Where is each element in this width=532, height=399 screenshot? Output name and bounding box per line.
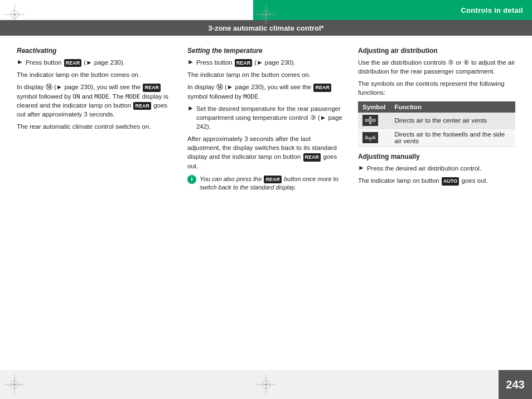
table-cell-func-2: Directs air to the footwells and the sid…: [390, 129, 515, 147]
table-col-function: Function: [390, 101, 515, 113]
table-col-symbol: Symbol: [358, 101, 390, 113]
middle-bullet2-text: Set the desired temperature for the rear…: [196, 104, 345, 131]
middle-bullet1-text: Press button REAR (► page 230).: [196, 58, 296, 67]
svg-marker-13: [373, 135, 375, 137]
middle-para1: The indicator lamp on the button comes o…: [187, 70, 345, 79]
middle-section-title: Setting the temperature: [187, 47, 345, 55]
auto-badge: AUTO: [442, 177, 459, 186]
info-note: i You can also press the REAR button onc…: [187, 175, 345, 192]
table-row-footwell: Directs air to the footwells and the sid…: [358, 129, 515, 147]
page-number-box: 243: [499, 370, 532, 399]
info-icon: i: [187, 175, 196, 184]
page-number: 243: [506, 378, 524, 391]
left-para1: The indicator lamp on the button comes o…: [17, 70, 174, 79]
svg-point-30: [265, 13, 267, 16]
middle-bullet1-arrow: ►: [187, 58, 194, 66]
table-cell-symbol-2: [358, 129, 390, 147]
svg-marker-9: [369, 116, 371, 119]
left-para3: The rear automatic climate control switc…: [17, 122, 174, 131]
right-para2: The symbols on the controls represent th…: [358, 79, 515, 97]
svg-point-3: [13, 13, 16, 16]
bottom-strip: [0, 370, 499, 399]
rear-badge-m3: REAR: [303, 153, 321, 162]
header-title: Controls in detail: [461, 6, 523, 14]
corner-bc-decoration: [256, 374, 276, 395]
header-bar: Controls in detail: [253, 0, 532, 20]
left-section-title: Reactivating: [17, 47, 174, 55]
rear-badge-3: REAR: [133, 102, 151, 110]
right-section-title2: Adjusting manually: [358, 153, 515, 160]
rear-badge-m1: REAR: [235, 59, 253, 67]
right-bullet1-text: Press the desired air distribution contr…: [367, 164, 481, 173]
center-air-icon: [362, 115, 378, 126]
svg-rect-8: [365, 119, 376, 122]
table-cell-func-1: Directs air to the center air vents: [390, 113, 515, 129]
symbol-function-table: Symbol Function Dir: [358, 101, 515, 147]
right-bullet1: ► Press the desired air distribution con…: [358, 164, 515, 173]
middle-bullet1: ► Press button REAR (► page 230).: [187, 58, 345, 67]
left-bullet1-arrow: ►: [17, 58, 23, 66]
main-content: Reactivating ► Press button REAR (► page…: [0, 36, 532, 366]
info-note-text: You can also press the REAR button once …: [200, 175, 345, 192]
middle-para3: After approximately 3 seconds after the …: [187, 134, 345, 171]
rear-badge-m4: REAR: [264, 176, 282, 184]
middle-bullet2-arrow: ►: [187, 104, 194, 112]
svg-marker-10: [369, 122, 371, 124]
rear-badge-2: REAR: [143, 84, 161, 92]
table-row-center: Directs air to the center air vents: [358, 113, 515, 129]
right-bullet1-arrow: ►: [358, 164, 365, 172]
left-bullet1: ► Press button REAR (► page 230).: [17, 58, 174, 67]
svg-point-26: [265, 383, 267, 386]
left-para2: In display ⑭ (► page 230), you will see …: [17, 82, 174, 119]
svg-point-18: [13, 383, 16, 386]
svg-rect-11: [365, 137, 376, 139]
rear-badge-1: REAR: [64, 59, 82, 67]
table-cell-symbol-1: [358, 113, 390, 129]
sub-header-title: 3-zone automatic climate control*: [208, 24, 323, 32]
right-section-title1: Adjusting air distribution: [358, 47, 515, 55]
left-column: Reactivating ► Press button REAR (► page…: [17, 47, 174, 360]
rear-badge-m2: REAR: [313, 84, 331, 92]
corner-tc-decoration: [256, 4, 276, 25]
middle-para2: In display ⑭ (► page 230), you will see …: [187, 82, 345, 101]
left-bullet1-text: Press button REAR (► page 230).: [26, 58, 125, 67]
footwell-air-icon: [362, 132, 378, 143]
right-column: Adjusting air distribution Use the air d…: [358, 47, 515, 360]
right-para1: Use the air distribution controls ⑤ or ⑥…: [358, 58, 515, 76]
right-para3: The indicator lamp on button AUTO goes o…: [358, 176, 515, 185]
middle-column: Setting the temperature ► Press button R…: [187, 47, 345, 360]
middle-bullet2: ► Set the desired temperature for the re…: [187, 104, 345, 131]
svg-marker-12: [366, 135, 368, 137]
corner-bl-decoration: [4, 374, 25, 395]
